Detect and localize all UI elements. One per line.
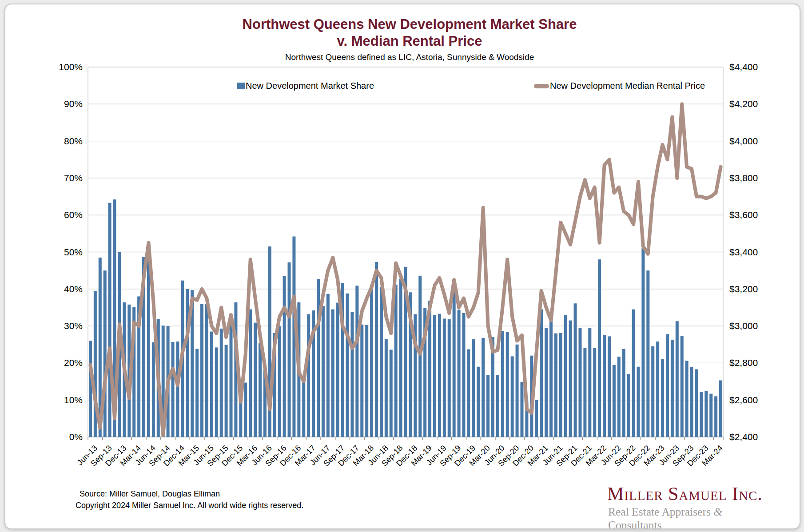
bar [637,367,640,437]
bar [593,348,596,437]
bar [540,310,543,437]
bar [302,381,305,437]
miller-samuel-tagline: Real Estate Appraisers & Consultants [608,505,772,529]
bar [627,374,630,437]
bar [336,303,339,437]
bar [666,334,669,437]
bar [462,313,465,437]
bar [695,369,698,437]
left-axis-tick-label: 40% [64,284,83,294]
right-axis-tick-label: $2,400 [729,432,758,442]
bar [477,367,480,437]
left-axis-tick-label: 0% [69,432,83,442]
bar [225,345,228,437]
tagline-post: Consultants [608,519,661,529]
bar [215,347,218,437]
bar [443,318,446,437]
legend-item-market-share: New Development Market Share [237,81,374,91]
bar [598,259,601,437]
right-axis-tick-label: $4,000 [729,136,758,146]
bar [380,287,383,437]
bar [108,203,111,437]
legend-line-swatch-icon [534,84,549,88]
legend-rental-price-label: New Development Median Rental Price [550,81,705,91]
bar [671,340,674,437]
bar [516,345,519,437]
tagline-pre: Real Estate Appraisers [608,505,713,518]
bar [186,289,189,437]
bar [472,339,475,437]
bar [714,396,717,437]
source-note: Source: Miller Samuel, Douglas Elliman [80,489,220,499]
bar [307,314,310,437]
bar [317,279,320,437]
bar [661,359,664,437]
bar [681,336,684,437]
bar [205,304,208,437]
bar [355,286,358,437]
bar [438,314,441,437]
chart-card: 100%90%80%70%60%50%40%30%20%10%0%$4,400$… [4,4,800,529]
bar [578,328,581,437]
bar [583,348,586,437]
bar [453,288,456,437]
bar [200,304,203,437]
legend-item-rental-price: New Development Median Rental Price [534,81,705,91]
bar [458,310,461,437]
bar [486,375,490,437]
bar [147,258,150,437]
bar [370,285,373,437]
left-axis-tick-label: 90% [64,99,83,109]
bar [278,326,281,437]
bar [230,315,233,437]
bar [676,321,679,437]
left-axis-tick-label: 10% [64,395,83,405]
bar [176,341,179,437]
bar [520,382,523,437]
chart-subtitle: Northwest Queens defined as LIC, Astoria… [50,52,769,62]
bar [559,333,562,437]
right-axis-tick-label: $2,600 [729,395,758,405]
bar [564,315,567,437]
bar [603,335,606,437]
bar [632,310,635,437]
bar [399,278,402,437]
right-axis-tick-label: $3,400 [729,247,758,257]
bar [448,319,451,437]
bar [283,276,286,437]
left-axis-tick-label: 80% [64,136,83,146]
left-axis-tick-label: 100% [59,62,83,72]
bar [608,336,611,437]
bar [704,391,708,437]
bar [554,333,557,437]
left-axis-tick-label: 30% [64,321,83,331]
x-axis: Jun-13Sep-13Dec-13Mar-14Jun-14Sep-14Dec-… [76,437,724,468]
bar [152,342,155,437]
bar [385,339,388,437]
bar [195,349,199,437]
bar [617,357,621,437]
right-axis-labels: $4,400$4,200$4,000$3,800$3,600$3,400$3,2… [729,62,758,442]
bar [549,312,553,437]
legend-bar-swatch-icon [237,83,245,89]
bar [394,285,398,437]
bar [501,331,504,437]
bar [375,262,378,437]
bar [574,303,577,437]
bar [496,375,499,437]
bar [365,325,368,437]
bar [322,306,325,437]
right-axis-tick-label: $3,800 [729,173,758,183]
copyright-note: Copyright 2024 Miller Samuel Inc. All wo… [76,501,303,510]
bar [511,356,514,437]
left-axis-tick-label: 50% [64,247,83,257]
bar [418,276,422,437]
right-axis-tick-label: $2,800 [729,357,758,368]
bar [244,383,247,437]
bar [545,328,548,437]
bar [259,343,262,437]
tagline-ampersand: & [713,505,722,518]
bar [433,315,436,437]
right-axis-tick-label: $3,000 [729,321,758,331]
bar [467,349,470,437]
